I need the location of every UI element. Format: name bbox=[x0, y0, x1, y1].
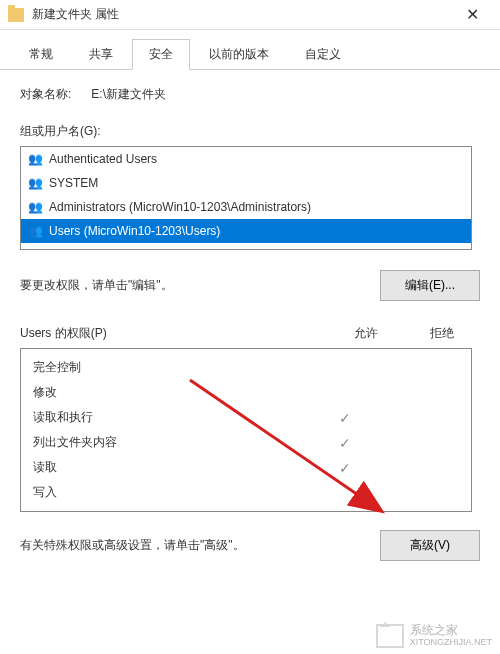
tab-label: 安全 bbox=[149, 47, 173, 61]
permission-row: 列出文件夹内容✓ bbox=[21, 430, 471, 455]
list-item-label: Authenticated Users bbox=[49, 152, 157, 166]
users-icon: 👥 bbox=[27, 199, 43, 215]
edit-hint: 要更改权限，请单击"编辑"。 bbox=[20, 277, 173, 294]
permission-name: 读取和执行 bbox=[33, 409, 307, 426]
folder-icon bbox=[8, 8, 24, 22]
permission-row: 完全控制 bbox=[21, 355, 471, 380]
permissions-header: Users 的权限(P) 允许 拒绝 bbox=[20, 325, 480, 342]
users-icon: 👥 bbox=[27, 223, 43, 239]
tab-content: 对象名称: E:\新建文件夹 组或用户名(G): 👥 Authenticated… bbox=[0, 70, 500, 577]
tab-previous-versions[interactable]: 以前的版本 bbox=[192, 39, 286, 70]
object-label: 对象名称: bbox=[20, 86, 71, 103]
tab-security[interactable]: 安全 bbox=[132, 39, 190, 70]
permission-row: 读取✓ bbox=[21, 455, 471, 480]
edit-button[interactable]: 编辑(E)... bbox=[380, 270, 480, 301]
permission-row: 写入 bbox=[21, 480, 471, 505]
tab-bar: 常规 共享 安全 以前的版本 自定义 bbox=[0, 30, 500, 70]
list-item-label: SYSTEM bbox=[49, 176, 98, 190]
watermark-url: XITONGZHIJIA.NET bbox=[410, 638, 492, 648]
allow-check-icon: ✓ bbox=[307, 435, 383, 451]
permissions-listbox: 完全控制修改读取和执行✓列出文件夹内容✓读取✓写入 bbox=[20, 348, 472, 512]
close-icon[interactable]: ✕ bbox=[452, 5, 492, 24]
window-title: 新建文件夹 属性 bbox=[32, 6, 452, 23]
list-item[interactable]: 👥 SYSTEM bbox=[21, 171, 471, 195]
permission-row: 修改 bbox=[21, 380, 471, 405]
list-item[interactable]: 👥 Users (MicroWin10-1203\Users) bbox=[21, 219, 471, 243]
users-icon: 👥 bbox=[27, 151, 43, 167]
tab-label: 共享 bbox=[89, 47, 113, 61]
list-item-label: Users (MicroWin10-1203\Users) bbox=[49, 224, 220, 238]
permissions-title: Users 的权限(P) bbox=[20, 325, 328, 342]
watermark-logo-icon bbox=[376, 624, 404, 648]
tab-share[interactable]: 共享 bbox=[72, 39, 130, 70]
list-item-label: Administrators (MicroWin10-1203\Administ… bbox=[49, 200, 311, 214]
allow-check-icon: ✓ bbox=[307, 460, 383, 476]
list-item[interactable]: 👥 Administrators (MicroWin10-1203\Admini… bbox=[21, 195, 471, 219]
allow-check-icon: ✓ bbox=[307, 410, 383, 426]
permission-name: 修改 bbox=[33, 384, 307, 401]
groups-label: 组或用户名(G): bbox=[20, 123, 480, 140]
users-icon: 👥 bbox=[27, 175, 43, 191]
tab-label: 自定义 bbox=[305, 47, 341, 61]
edit-row: 要更改权限，请单击"编辑"。 编辑(E)... bbox=[20, 270, 480, 301]
tab-label: 以前的版本 bbox=[209, 47, 269, 61]
tab-general[interactable]: 常规 bbox=[12, 39, 70, 70]
watermark: 系统之家 XITONGZHIJIA.NET bbox=[376, 624, 492, 648]
deny-header: 拒绝 bbox=[404, 325, 480, 342]
watermark-text: 系统之家 bbox=[410, 624, 492, 637]
groups-listbox[interactable]: 👥 Authenticated Users 👥 SYSTEM 👥 Adminis… bbox=[20, 146, 472, 250]
advanced-button[interactable]: 高级(V) bbox=[380, 530, 480, 561]
permission-name: 写入 bbox=[33, 484, 307, 501]
permission-row: 读取和执行✓ bbox=[21, 405, 471, 430]
object-value: E:\新建文件夹 bbox=[91, 86, 166, 103]
titlebar: 新建文件夹 属性 ✕ bbox=[0, 0, 500, 30]
advanced-hint: 有关特殊权限或高级设置，请单击"高级"。 bbox=[20, 537, 245, 554]
list-item[interactable]: 👥 Authenticated Users bbox=[21, 147, 471, 171]
permission-name: 完全控制 bbox=[33, 359, 307, 376]
permission-name: 列出文件夹内容 bbox=[33, 434, 307, 451]
object-row: 对象名称: E:\新建文件夹 bbox=[20, 86, 480, 103]
permission-name: 读取 bbox=[33, 459, 307, 476]
allow-header: 允许 bbox=[328, 325, 404, 342]
tab-customize[interactable]: 自定义 bbox=[288, 39, 358, 70]
tab-label: 常规 bbox=[29, 47, 53, 61]
advanced-row: 有关特殊权限或高级设置，请单击"高级"。 高级(V) bbox=[20, 530, 480, 561]
